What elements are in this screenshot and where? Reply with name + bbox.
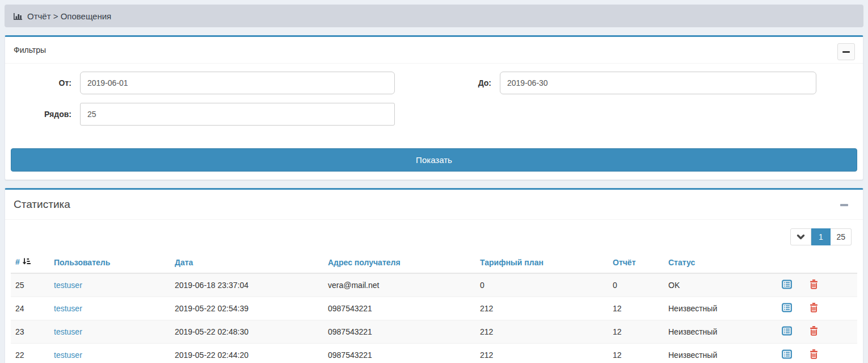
- cell-status: Неизвестный: [664, 320, 777, 344]
- to-field-group: До:: [420, 72, 816, 94]
- delete-button[interactable]: [809, 302, 819, 313]
- cell-plan: 212: [475, 344, 608, 363]
- cell-address: 0987543221: [323, 344, 475, 363]
- cell-plan: 0: [475, 273, 608, 297]
- table-header-row: # Пользователь Дата: [11, 252, 857, 273]
- from-field-group: От:: [11, 72, 395, 94]
- from-label: От:: [11, 78, 80, 87]
- cell-date: 2019-06-18 23:37:04: [170, 273, 323, 297]
- table-row: 23 testuser 2019-05-22 02:48:30 09875432…: [11, 320, 857, 344]
- cell-status: OK: [664, 273, 777, 297]
- show-button[interactable]: Показать: [11, 148, 857, 172]
- rows-label: Рядов:: [11, 110, 80, 119]
- cell-status: Неизвестный: [664, 297, 777, 320]
- alerts-table: # Пользователь Дата: [11, 252, 857, 363]
- to-date-input[interactable]: [500, 72, 816, 94]
- cell-plan: 212: [475, 297, 608, 320]
- list-alt-icon: [782, 349, 792, 360]
- cell-plan: 212: [475, 320, 608, 344]
- statistics-collapse-button[interactable]: [840, 202, 849, 208]
- details-button[interactable]: [782, 279, 792, 290]
- column-header-report[interactable]: Отчёт: [608, 252, 664, 273]
- cell-date: 2019-05-22 02:48:30: [170, 320, 323, 344]
- statistics-panel: Статистика 1 25: [5, 188, 863, 363]
- cell-report: 12: [608, 320, 664, 344]
- pagination-page-1[interactable]: 1: [811, 228, 831, 245]
- pagination: 1 25: [11, 226, 857, 252]
- page-size-dropdown-button[interactable]: [790, 228, 811, 245]
- from-date-input[interactable]: [80, 72, 395, 94]
- breadcrumb-bar: Отчёт > Оповещения: [5, 5, 863, 27]
- trash-icon: [809, 326, 819, 336]
- list-alt-icon: [782, 279, 792, 290]
- filters-row-dates: От: До:: [11, 72, 857, 94]
- cell-report: 12: [608, 297, 664, 320]
- cell-id: 24: [11, 297, 49, 320]
- column-header-status[interactable]: Статус: [664, 252, 777, 273]
- column-header-address[interactable]: Адрес получателя: [323, 252, 475, 273]
- user-link[interactable]: testuser: [54, 281, 82, 290]
- column-header-actions-1: [777, 252, 804, 273]
- breadcrumb: Отчёт > Оповещения: [27, 11, 111, 21]
- minus-icon: [842, 51, 850, 53]
- filters-panel: Фильтры От: До: Рядов:: [5, 35, 863, 180]
- user-link[interactable]: testuser: [54, 304, 82, 313]
- user-link[interactable]: testuser: [54, 351, 82, 360]
- trash-icon: [809, 279, 819, 290]
- minus-icon: [840, 204, 848, 206]
- cell-report: 0: [608, 273, 664, 297]
- trash-icon: [809, 302, 819, 313]
- filters-collapse-button[interactable]: [837, 43, 855, 60]
- cell-report: 12: [608, 344, 664, 363]
- filters-form: От: До: Рядов: Показать: [5, 64, 863, 180]
- table-row: 25 testuser 2019-06-18 23:37:04 vera@mai…: [11, 273, 857, 297]
- delete-button[interactable]: [809, 279, 819, 290]
- column-header-plan[interactable]: Тарифный план: [475, 252, 608, 273]
- details-button[interactable]: [782, 326, 792, 336]
- list-alt-icon: [782, 302, 792, 313]
- list-alt-icon: [782, 326, 792, 336]
- cell-address: 0987543221: [323, 320, 475, 344]
- cell-id: 23: [11, 320, 49, 344]
- delete-button[interactable]: [809, 349, 819, 360]
- filters-row-rows: Рядов:: [11, 103, 857, 126]
- sort-icon: [22, 258, 31, 268]
- filters-panel-heading: Фильтры: [5, 37, 863, 64]
- column-header-date[interactable]: Дата: [170, 252, 323, 273]
- column-header-user[interactable]: Пользователь: [49, 252, 170, 273]
- pagination-group: 1 25: [790, 228, 852, 245]
- cell-address: 0987543221: [323, 297, 475, 320]
- rows-count-input[interactable]: [80, 103, 395, 126]
- table-row: 24 testuser 2019-05-22 02:54:39 09875432…: [11, 297, 857, 320]
- cell-id: 25: [11, 273, 49, 297]
- cell-id: 22: [11, 344, 49, 363]
- rows-field-group: Рядов:: [11, 103, 395, 126]
- bar-chart-icon: [13, 11, 23, 21]
- details-button[interactable]: [782, 302, 792, 313]
- pagination-page-size[interactable]: 25: [831, 228, 852, 245]
- cell-address: vera@mail.net: [323, 273, 475, 297]
- statistics-body: 1 25 #: [5, 220, 863, 363]
- cell-date: 2019-05-22 02:44:20: [170, 344, 323, 363]
- page: Отчёт > Оповещения Фильтры От: До:: [0, 0, 868, 363]
- cell-status: Неизвестный: [664, 344, 777, 363]
- table-row: 22 testuser 2019-05-22 02:44:20 09875432…: [11, 344, 857, 363]
- column-header-actions-2: [804, 252, 857, 273]
- statistics-panel-heading: Статистика: [5, 190, 863, 220]
- to-label: До:: [420, 78, 500, 87]
- delete-button[interactable]: [809, 326, 819, 336]
- trash-icon: [809, 349, 819, 360]
- column-header-id[interactable]: #: [11, 252, 49, 273]
- statistics-title: Статистика: [14, 198, 70, 210]
- cell-date: 2019-05-22 02:54:39: [170, 297, 323, 320]
- user-link[interactable]: testuser: [54, 327, 82, 336]
- details-button[interactable]: [782, 349, 792, 360]
- filters-title: Фильтры: [14, 45, 46, 55]
- chevron-down-icon: [797, 233, 805, 241]
